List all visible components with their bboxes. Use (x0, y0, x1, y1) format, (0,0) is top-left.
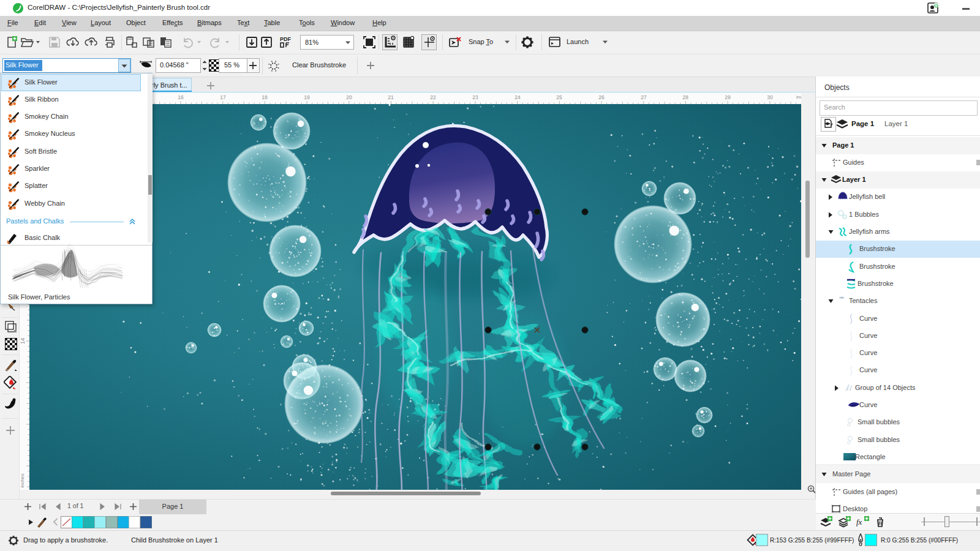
svg-text:29: 29 (725, 94, 731, 100)
svg-text:20: 20 (346, 94, 352, 100)
svg-text:17: 17 (220, 94, 226, 100)
svg-text:25: 25 (556, 94, 562, 100)
svg-text:24: 24 (514, 94, 521, 100)
svg-text:14: 14 (20, 338, 26, 344)
svg-text:fx: fx (856, 517, 862, 527)
svg-text:PDF: PDF (280, 36, 292, 42)
svg-text:28: 28 (682, 94, 688, 100)
svg-text:inches: inches (20, 473, 25, 487)
svg-text:27: 27 (641, 94, 647, 100)
svg-text:26: 26 (598, 94, 605, 100)
svg-text:18: 18 (262, 94, 268, 100)
svg-text:30: 30 (767, 94, 773, 100)
svg-text:16: 16 (178, 94, 184, 100)
svg-text:23: 23 (472, 94, 478, 100)
svg-text:22: 22 (430, 94, 436, 100)
svg-text:21: 21 (388, 94, 394, 100)
svg-text:19: 19 (304, 94, 310, 100)
